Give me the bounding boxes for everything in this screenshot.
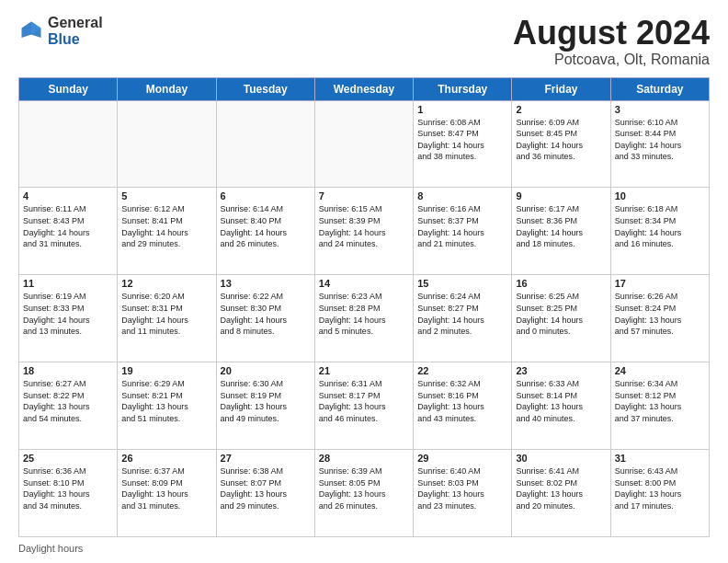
day-number: 9 bbox=[516, 190, 606, 201]
day-cell-4-6: 31Sunrise: 6:43 AM Sunset: 8:00 PM Dayli… bbox=[610, 450, 709, 537]
day-number: 30 bbox=[516, 453, 606, 464]
day-cell-1-2: 6Sunrise: 6:14 AM Sunset: 8:40 PM Daylig… bbox=[216, 188, 314, 275]
col-friday: Friday bbox=[512, 77, 610, 100]
day-cell-3-1: 19Sunrise: 6:29 AM Sunset: 8:21 PM Dayli… bbox=[118, 362, 216, 450]
header: General Blue August 2024 Potcoava, Olt, … bbox=[18, 15, 710, 68]
day-cell-3-5: 23Sunrise: 6:33 AM Sunset: 8:14 PM Dayli… bbox=[512, 362, 610, 450]
day-cell-2-4: 15Sunrise: 6:24 AM Sunset: 8:27 PM Dayli… bbox=[414, 275, 512, 362]
day-cell-2-6: 17Sunrise: 6:26 AM Sunset: 8:24 PM Dayli… bbox=[610, 275, 709, 362]
day-cell-0-1 bbox=[118, 100, 216, 188]
day-info: Sunrise: 6:10 AM Sunset: 8:44 PM Dayligh… bbox=[615, 117, 705, 163]
title-month: August 2024 bbox=[513, 15, 710, 52]
day-cell-1-4: 8Sunrise: 6:16 AM Sunset: 8:37 PM Daylig… bbox=[414, 188, 512, 275]
day-number: 1 bbox=[417, 104, 507, 115]
day-info: Sunrise: 6:34 AM Sunset: 8:12 PM Dayligh… bbox=[615, 378, 705, 424]
day-number: 10 bbox=[615, 190, 705, 201]
day-cell-0-5: 2Sunrise: 6:09 AM Sunset: 8:45 PM Daylig… bbox=[512, 100, 610, 188]
day-info: Sunrise: 6:15 AM Sunset: 8:39 PM Dayligh… bbox=[319, 203, 409, 249]
title-block: August 2024 Potcoava, Olt, Romania bbox=[513, 15, 710, 68]
day-number: 16 bbox=[516, 278, 606, 289]
col-saturday: Saturday bbox=[610, 77, 709, 100]
day-number: 4 bbox=[23, 190, 113, 201]
day-number: 11 bbox=[23, 278, 113, 289]
day-info: Sunrise: 6:41 AM Sunset: 8:02 PM Dayligh… bbox=[516, 465, 606, 511]
logo-general-text: General bbox=[48, 15, 103, 31]
day-number: 18 bbox=[23, 365, 113, 376]
day-info: Sunrise: 6:12 AM Sunset: 8:41 PM Dayligh… bbox=[121, 203, 211, 249]
week-row-2: 4Sunrise: 6:11 AM Sunset: 8:43 PM Daylig… bbox=[19, 188, 710, 275]
day-number: 25 bbox=[23, 453, 113, 464]
day-cell-2-2: 13Sunrise: 6:22 AM Sunset: 8:30 PM Dayli… bbox=[216, 275, 314, 362]
col-wednesday: Wednesday bbox=[314, 77, 413, 100]
day-number: 7 bbox=[319, 190, 409, 201]
day-cell-3-4: 22Sunrise: 6:32 AM Sunset: 8:16 PM Dayli… bbox=[414, 362, 512, 450]
day-cell-4-3: 28Sunrise: 6:39 AM Sunset: 8:05 PM Dayli… bbox=[314, 450, 413, 537]
day-number: 17 bbox=[615, 278, 705, 289]
day-cell-2-1: 12Sunrise: 6:20 AM Sunset: 8:31 PM Dayli… bbox=[118, 275, 216, 362]
day-number: 26 bbox=[121, 453, 211, 464]
day-cell-4-0: 25Sunrise: 6:36 AM Sunset: 8:10 PM Dayli… bbox=[19, 450, 118, 537]
day-cell-4-4: 29Sunrise: 6:40 AM Sunset: 8:03 PM Dayli… bbox=[414, 450, 512, 537]
logo-blue-text: Blue bbox=[48, 31, 103, 48]
day-number: 14 bbox=[319, 278, 409, 289]
day-number: 3 bbox=[615, 104, 705, 115]
day-cell-0-4: 1Sunrise: 6:08 AM Sunset: 8:47 PM Daylig… bbox=[414, 100, 512, 188]
day-info: Sunrise: 6:32 AM Sunset: 8:16 PM Dayligh… bbox=[417, 378, 507, 424]
day-info: Sunrise: 6:23 AM Sunset: 8:28 PM Dayligh… bbox=[319, 291, 409, 337]
day-info: Sunrise: 6:31 AM Sunset: 8:17 PM Dayligh… bbox=[319, 378, 409, 424]
col-sunday: Sunday bbox=[19, 77, 118, 100]
col-monday: Monday bbox=[118, 77, 216, 100]
day-cell-1-6: 10Sunrise: 6:18 AM Sunset: 8:34 PM Dayli… bbox=[610, 188, 709, 275]
day-cell-3-6: 24Sunrise: 6:34 AM Sunset: 8:12 PM Dayli… bbox=[610, 362, 709, 450]
day-info: Sunrise: 6:17 AM Sunset: 8:36 PM Dayligh… bbox=[516, 203, 606, 249]
day-number: 22 bbox=[417, 365, 507, 376]
day-cell-0-0 bbox=[19, 100, 118, 188]
day-number: 31 bbox=[615, 453, 705, 464]
day-info: Sunrise: 6:39 AM Sunset: 8:05 PM Dayligh… bbox=[319, 465, 409, 511]
logo-icon bbox=[18, 18, 44, 44]
day-cell-2-3: 14Sunrise: 6:23 AM Sunset: 8:28 PM Dayli… bbox=[314, 275, 413, 362]
day-info: Sunrise: 6:40 AM Sunset: 8:03 PM Dayligh… bbox=[417, 465, 507, 511]
calendar-header-row: Sunday Monday Tuesday Wednesday Thursday… bbox=[19, 77, 710, 100]
day-info: Sunrise: 6:20 AM Sunset: 8:31 PM Dayligh… bbox=[121, 291, 211, 337]
day-number: 28 bbox=[319, 453, 409, 464]
day-number: 5 bbox=[121, 190, 211, 201]
day-info: Sunrise: 6:38 AM Sunset: 8:07 PM Dayligh… bbox=[221, 465, 311, 511]
day-info: Sunrise: 6:37 AM Sunset: 8:09 PM Dayligh… bbox=[121, 465, 211, 511]
day-info: Sunrise: 6:36 AM Sunset: 8:10 PM Dayligh… bbox=[23, 465, 113, 511]
day-number: 15 bbox=[417, 278, 507, 289]
day-info: Sunrise: 6:19 AM Sunset: 8:33 PM Dayligh… bbox=[23, 291, 113, 337]
day-number: 12 bbox=[121, 278, 211, 289]
day-info: Sunrise: 6:16 AM Sunset: 8:37 PM Dayligh… bbox=[417, 203, 507, 249]
title-location: Potcoava, Olt, Romania bbox=[513, 52, 710, 68]
day-number: 29 bbox=[417, 453, 507, 464]
day-number: 19 bbox=[121, 365, 211, 376]
day-cell-0-6: 3Sunrise: 6:10 AM Sunset: 8:44 PM Daylig… bbox=[610, 100, 709, 188]
day-info: Sunrise: 6:33 AM Sunset: 8:14 PM Dayligh… bbox=[516, 378, 606, 424]
day-number: 2 bbox=[516, 104, 606, 115]
day-cell-1-5: 9Sunrise: 6:17 AM Sunset: 8:36 PM Daylig… bbox=[512, 188, 610, 275]
day-cell-2-5: 16Sunrise: 6:25 AM Sunset: 8:25 PM Dayli… bbox=[512, 275, 610, 362]
week-row-3: 11Sunrise: 6:19 AM Sunset: 8:33 PM Dayli… bbox=[19, 275, 710, 362]
col-tuesday: Tuesday bbox=[216, 77, 314, 100]
day-number: 23 bbox=[516, 365, 606, 376]
logo-text: General Blue bbox=[48, 15, 103, 47]
day-info: Sunrise: 6:22 AM Sunset: 8:30 PM Dayligh… bbox=[221, 291, 311, 337]
day-number: 20 bbox=[221, 365, 311, 376]
day-cell-0-2 bbox=[216, 100, 314, 188]
day-cell-4-5: 30Sunrise: 6:41 AM Sunset: 8:02 PM Dayli… bbox=[512, 450, 610, 537]
day-info: Sunrise: 6:24 AM Sunset: 8:27 PM Dayligh… bbox=[417, 291, 507, 337]
day-number: 8 bbox=[417, 190, 507, 201]
day-cell-3-0: 18Sunrise: 6:27 AM Sunset: 8:22 PM Dayli… bbox=[19, 362, 118, 450]
day-number: 24 bbox=[615, 365, 705, 376]
day-number: 21 bbox=[319, 365, 409, 376]
day-cell-1-3: 7Sunrise: 6:15 AM Sunset: 8:39 PM Daylig… bbox=[314, 188, 413, 275]
day-cell-4-1: 26Sunrise: 6:37 AM Sunset: 8:09 PM Dayli… bbox=[118, 450, 216, 537]
day-info: Sunrise: 6:11 AM Sunset: 8:43 PM Dayligh… bbox=[23, 203, 113, 249]
day-number: 13 bbox=[221, 278, 311, 289]
week-row-1: 1Sunrise: 6:08 AM Sunset: 8:47 PM Daylig… bbox=[19, 100, 710, 188]
day-cell-0-3 bbox=[314, 100, 413, 188]
daylight-label: Daylight hours bbox=[18, 543, 83, 554]
day-cell-4-2: 27Sunrise: 6:38 AM Sunset: 8:07 PM Dayli… bbox=[216, 450, 314, 537]
week-row-5: 25Sunrise: 6:36 AM Sunset: 8:10 PM Dayli… bbox=[19, 450, 710, 537]
